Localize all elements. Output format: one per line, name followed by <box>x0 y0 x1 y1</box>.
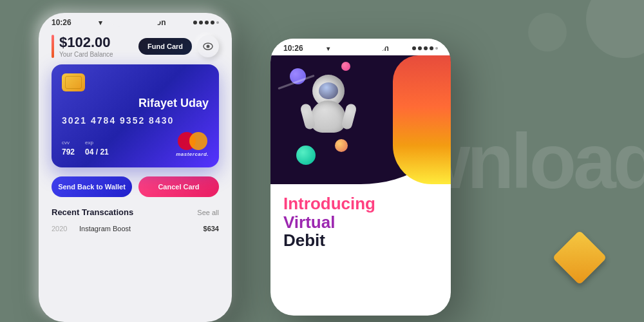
signal-right: ▾ <box>327 45 330 52</box>
transaction-year: 2020 <box>52 225 74 232</box>
cvv-label: cvv <box>62 140 75 146</box>
card-details: cvv 792 exp 04 / 21 mastercard. <box>62 132 209 157</box>
illustration-area <box>270 55 451 184</box>
svg-point-1 <box>207 45 210 48</box>
phone-left-content: $102.00 Your Card Balance Fund Card Rifa… <box>39 30 232 235</box>
action-buttons: Send Back to Wallet Cancel Card <box>52 176 219 197</box>
astronaut-illustration <box>303 75 354 152</box>
balance-bar <box>52 35 54 58</box>
table-row: 2020 Instagram Boost $634 <box>52 222 219 235</box>
signal-dots-right <box>412 46 438 50</box>
time-right: 10:26 <box>283 44 303 53</box>
exp-value: 04 / 21 <box>85 147 109 156</box>
balance-label: Your Card Balance <box>59 51 113 58</box>
cancel-card-button[interactable]: Cancel Card <box>138 176 219 197</box>
card-exp: exp 04 / 21 <box>85 140 109 157</box>
intro-text-area: Introducing Virtual Debit <box>270 184 451 256</box>
color-blob <box>393 55 451 184</box>
phone-right: 10:26 ▾ Telemoon <box>270 39 451 316</box>
card-number: 3021 4784 9352 8430 <box>62 115 209 126</box>
signal-left: ▾ <box>99 19 102 27</box>
credit-card: Rifayet Uday 3021 4784 9352 8430 cvv 792… <box>52 64 219 167</box>
transactions-title: Recent Transcations <box>52 207 133 217</box>
balance-info: $102.00 Your Card Balance <box>52 35 113 58</box>
planet-pink <box>341 62 350 71</box>
mastercard-logo: mastercard. <box>176 132 209 157</box>
balance-actions: Fund Card <box>138 35 219 57</box>
deco-circle-1 <box>586 0 644 58</box>
mastercard-circles <box>178 132 207 150</box>
card-cvv: cvv 792 <box>62 140 75 157</box>
signal-dots-left <box>193 21 219 24</box>
fund-card-button[interactable]: Fund Card <box>138 38 192 55</box>
notch-right <box>335 39 386 53</box>
cvv-value: 792 <box>62 147 75 156</box>
send-to-wallet-button[interactable]: Send Back to Wallet <box>52 176 132 197</box>
card-cvv-exp: cvv 792 exp 04 / 21 <box>62 140 109 157</box>
mastercard-label: mastercard. <box>176 151 209 157</box>
intro-line-3: Debit <box>283 231 438 250</box>
transaction-amount: $634 <box>204 225 219 232</box>
astronaut-arm-right <box>341 103 357 131</box>
see-all-link[interactable]: See all <box>197 209 219 216</box>
intro-heading: Introducing Virtual Debit <box>283 194 438 250</box>
intro-line-1: Introducing <box>283 194 438 213</box>
time-left: 10:26 <box>52 18 71 27</box>
intro-line-2: Virtual <box>283 213 438 232</box>
transactions-header: Recent Transcations See all <box>52 207 219 217</box>
card-chip-icon <box>62 73 85 91</box>
deco-circle-2 <box>528 13 567 52</box>
phone-left: 10:26 ▾ Telemoon $102.00 Your Card Balan… <box>39 13 232 322</box>
exp-label: exp <box>85 140 109 146</box>
toggle-visibility-button[interactable] <box>197 35 219 57</box>
card-holder-name: Rifayet Uday <box>62 97 209 110</box>
notch-left <box>109 13 161 27</box>
diamond-icon <box>560 238 605 283</box>
balance-amount: $102.00 <box>59 35 113 50</box>
transaction-name: Instagram Boost <box>74 225 204 232</box>
astronaut-body <box>310 100 346 133</box>
balance-section: $102.00 Your Card Balance Fund Card <box>52 30 219 64</box>
